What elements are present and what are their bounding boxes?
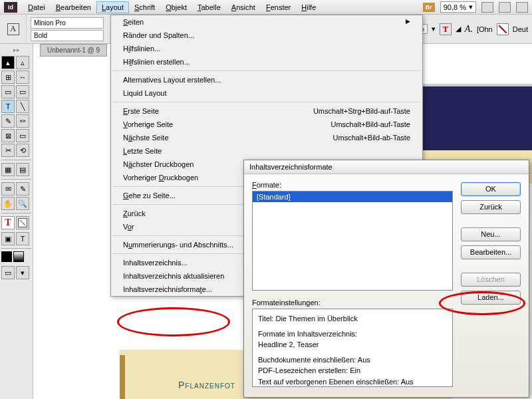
scissors-tool[interactable]: ✂ bbox=[1, 144, 15, 157]
settings-line4: Buchdokumente einschließen: Aus bbox=[258, 354, 447, 366]
menu-hilfslinien-erstellen[interactable]: Hilfslinien erstellen... bbox=[111, 55, 422, 68]
char-format-t-icon[interactable]: T bbox=[440, 23, 452, 35]
ok-button[interactable]: OK bbox=[461, 182, 521, 196]
tool-panel: ▸▸ ▴▵ ⊞↔ ▭▭ T╲ ✎✏ ⊠▭ ✂⟲ ▦▤ ✉✎ ✋🔍 T ▣T ▭▾ bbox=[0, 44, 33, 399]
menu-tabelle[interactable]: Tabelle bbox=[192, 1, 226, 13]
font-weight-field[interactable]: Bold bbox=[31, 30, 104, 41]
laden-button[interactable]: Laden... bbox=[461, 291, 521, 305]
page-stripe bbox=[120, 355, 125, 399]
arrange-icon[interactable] bbox=[499, 2, 511, 13]
menu-raender[interactable]: Ränder und Spalten... bbox=[111, 29, 422, 42]
type-tool[interactable]: T bbox=[1, 100, 15, 113]
menu-liquid-layout[interactable]: Liquid Layout bbox=[111, 86, 422, 100]
menu-letzte-seite[interactable]: Letzte Seite bbox=[111, 144, 422, 158]
menu-vorherige-seite[interactable]: Vorherige SeiteUmschalt+Bild-auf-Taste bbox=[111, 118, 422, 131]
content-collector-tool[interactable]: ▭ bbox=[1, 85, 15, 98]
pencil-tool[interactable]: ✏ bbox=[16, 114, 29, 128]
screen-mode-icon[interactable] bbox=[481, 2, 493, 13]
app-logo-icon: Id bbox=[4, 2, 17, 13]
formate-label: Formate: bbox=[252, 181, 453, 189]
menu-hilfe[interactable]: Hilfe bbox=[296, 1, 321, 13]
selection-tool[interactable]: ▴ bbox=[1, 56, 15, 69]
settings-line3: Headline 2, Teaser bbox=[258, 339, 447, 350]
format-container-icon[interactable]: T bbox=[16, 232, 29, 245]
line-tool[interactable]: ╲ bbox=[16, 100, 29, 113]
settings-line6: Text auf verborgenen Ebenen einschließen… bbox=[258, 376, 447, 388]
menu-erste-seite[interactable]: Erste SeiteUmschalt+Strg+Bild-auf-Taste bbox=[111, 104, 422, 118]
bearbeiten-button[interactable]: Bearbeiten... bbox=[461, 245, 521, 259]
gradient-feather-tool[interactable]: ▤ bbox=[16, 163, 29, 176]
document-tab[interactable]: Unbenannt-1 @ 9 bbox=[40, 44, 107, 57]
view-options-icon[interactable] bbox=[516, 2, 528, 13]
formateinstellungen-label: Formateinstellungen: bbox=[252, 299, 453, 307]
settings-line1: Titel: Die Themen im Überblick bbox=[258, 313, 447, 325]
menu-fenster[interactable]: Fenster bbox=[261, 1, 296, 13]
character-icon[interactable]: A bbox=[7, 23, 19, 35]
settings-line5: PDF-Lesezeichen erstellen: Ein bbox=[258, 365, 447, 376]
menu-naechste-seite[interactable]: Nächste SeiteUmschalt+Bild-ab-Taste bbox=[111, 131, 422, 144]
preview-view-icon[interactable]: ▾ bbox=[16, 266, 29, 279]
menu-bearbeiten[interactable]: Bearbeiten bbox=[51, 1, 96, 13]
content-placer-tool[interactable]: ▭ bbox=[16, 85, 29, 98]
menu-datei[interactable]: Datei bbox=[23, 1, 51, 13]
free-transform-tool[interactable]: ⟲ bbox=[16, 144, 29, 157]
menubar: Id Datei Bearbeiten Layout Schrift Objek… bbox=[0, 0, 532, 15]
menu-objekt[interactable]: Objekt bbox=[160, 1, 192, 13]
fill-format-t-icon[interactable]: T bbox=[1, 216, 15, 229]
menu-seiten[interactable]: Seiten▶ bbox=[111, 15, 422, 29]
gradient-swatch-tool[interactable]: ▦ bbox=[1, 163, 15, 176]
bridge-icon[interactable]: Br bbox=[423, 3, 435, 12]
formateinstellungen-box: Titel: Die Themen im Überblick Formate i… bbox=[252, 309, 453, 387]
apply-color-icon[interactable] bbox=[1, 251, 12, 262]
apply-gradient-icon[interactable] bbox=[13, 251, 24, 262]
menu-layout[interactable]: Layout bbox=[96, 1, 129, 13]
zoom-level[interactable]: 90,8 %▾ bbox=[440, 1, 476, 13]
formate-listbox[interactable]: [Standard] bbox=[252, 191, 453, 291]
menu-ansicht[interactable]: Ansicht bbox=[226, 1, 261, 13]
stroke-swap-icon[interactable] bbox=[16, 216, 29, 229]
note-tool[interactable]: ✉ bbox=[1, 182, 15, 196]
dialog-title: Inhaltsverzeichnisformate bbox=[244, 160, 529, 174]
page-tool[interactable]: ⊞ bbox=[1, 70, 15, 84]
list-item-standard[interactable]: [Standard] bbox=[253, 192, 452, 202]
ohne-label: [Ohn bbox=[477, 25, 493, 33]
normal-view-icon[interactable]: ▭ bbox=[1, 266, 15, 279]
lang-label: Deut bbox=[513, 25, 528, 33]
page-heading-1: Pflanzenfot bbox=[178, 380, 235, 390]
eyedropper-tool[interactable]: ✎ bbox=[16, 182, 29, 196]
hand-tool[interactable]: ✋ bbox=[1, 197, 15, 210]
settings-line2: Formate im Inhaltsverzeichnis: bbox=[258, 329, 447, 340]
rectangle-tool[interactable]: ▭ bbox=[16, 129, 29, 142]
none-swatch-icon[interactable] bbox=[497, 23, 509, 35]
zoom-tool[interactable]: 🔍 bbox=[16, 197, 29, 210]
rectangle-frame-tool[interactable]: ⊠ bbox=[1, 129, 15, 142]
loeschen-button: Löschen bbox=[461, 273, 521, 287]
shear-icon[interactable]: ◢ bbox=[456, 25, 461, 33]
menu-alt-layout[interactable]: Alternatives Layout erstellen... bbox=[111, 73, 422, 86]
menu-hilfslinien[interactable]: Hilfslinien... bbox=[111, 42, 422, 55]
font-family-field[interactable]: Minion Pro bbox=[31, 17, 104, 29]
default-fill-icon[interactable]: ▣ bbox=[1, 232, 15, 245]
char-style-icon[interactable]: A. bbox=[465, 24, 473, 35]
neu-button[interactable]: Neu... bbox=[461, 227, 521, 241]
menu-schrift[interactable]: Schrift bbox=[129, 1, 160, 13]
pen-tool[interactable]: ✎ bbox=[1, 114, 15, 128]
direct-selection-tool[interactable]: ▵ bbox=[16, 56, 29, 69]
toc-formats-dialog: Inhaltsverzeichnisformate Formate: [Stan… bbox=[243, 160, 529, 398]
zurueck-button[interactable]: Zurück bbox=[461, 200, 521, 214]
gap-tool[interactable]: ↔ bbox=[16, 70, 29, 84]
